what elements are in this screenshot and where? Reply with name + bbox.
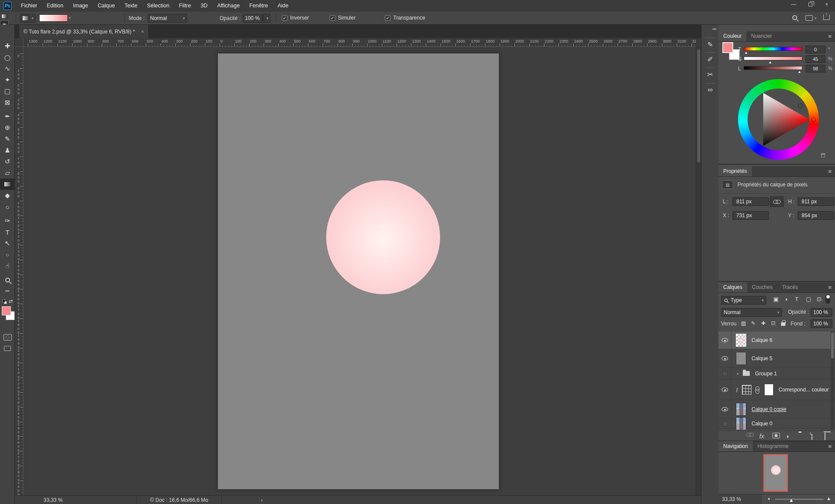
document-tab[interactable]: © Tuto flare 2.psd @ 33,3% (Calque 6, RV… (19, 25, 149, 38)
tool-presets-icon[interactable]: ✂ (701, 70, 719, 79)
status-zoom-level[interactable]: 33,33 % (43, 497, 63, 503)
lasso-tool[interactable]: ∿ (0, 63, 15, 74)
layer-thumbnail[interactable] (736, 403, 746, 416)
linear-gradient-button[interactable] (0, 12, 9, 20)
menu-edition[interactable]: Edition (42, 0, 68, 12)
lock-position-icon[interactable]: ✚ (761, 320, 765, 326)
menu-3d[interactable]: 3D (196, 0, 212, 12)
fill-select[interactable]: 100 % (811, 319, 832, 328)
visibility-cell[interactable] (718, 419, 731, 428)
tab-couleur[interactable]: Couleur (718, 31, 746, 41)
layer-thumbnail[interactable] (736, 352, 746, 365)
pen-tool[interactable]: ✑ (0, 215, 15, 226)
expand-group-icon[interactable]: › (737, 370, 738, 377)
layer-row-calque-5[interactable]: Calque 5 (718, 350, 835, 368)
layer-thumbnail[interactable] (736, 334, 746, 347)
share-icon[interactable]: ↑ (823, 14, 830, 20)
brush-tool[interactable]: ✎ (0, 133, 15, 145)
height-field[interactable]: 811 px (798, 197, 834, 206)
opacity-dropdown-button[interactable]: ▾ (263, 14, 271, 23)
navigator-preview[interactable] (763, 454, 788, 492)
panel-menu-icon[interactable]: ≡ (828, 442, 832, 451)
zoom-in-icon[interactable]: ▲ (826, 496, 831, 501)
layers-scrollbar[interactable] (831, 332, 834, 430)
slider-s-track[interactable] (744, 56, 802, 60)
menu-calque[interactable]: Calque (93, 0, 120, 12)
y-field[interactable]: 854 px (798, 211, 834, 220)
close-button[interactable]: × (818, 0, 835, 9)
swap-colors-icon[interactable]: ⇄ (9, 298, 13, 304)
history-brush-tool[interactable]: ↺ (0, 156, 15, 167)
layer-opacity-select[interactable]: 100 % (811, 308, 832, 317)
layer-row-calque-0[interactable]: Calque 0 (718, 419, 835, 429)
layer-name[interactable]: Calque 5 (752, 355, 772, 361)
minimize-button[interactable]: — (785, 0, 802, 9)
slider-value[interactable]: 45 (805, 55, 825, 63)
lock-transparency-icon[interactable]: ▨ (741, 320, 746, 326)
lock-all-icon[interactable] (781, 320, 785, 327)
brushes-icon[interactable]: ✐ (701, 55, 719, 63)
magic-wand-tool[interactable]: ✦ (0, 74, 15, 86)
slider-thumb[interactable]: ▲ (798, 70, 802, 74)
tab-couches[interactable]: Couches (747, 282, 777, 292)
filter-smart-objects-icon[interactable]: ⊡ (817, 296, 822, 302)
filter-pixel-layers-icon[interactable]: ▣ (773, 296, 778, 302)
adjustment-layer-icon[interactable]: ◑ (785, 433, 789, 440)
eyedropper-tool[interactable]: ✒ (0, 111, 15, 122)
triangle-picker-dot[interactable] (798, 103, 803, 108)
move-tool[interactable]: ✚ (0, 40, 15, 52)
lock-artboard-icon[interactable]: ⊡ (771, 320, 775, 326)
visibility-cell[interactable] (718, 350, 731, 367)
add-mask-icon[interactable] (772, 433, 780, 438)
slider-l-track[interactable] (744, 66, 802, 70)
layer-name[interactable]: Calque 6 (752, 337, 772, 343)
eraser-tool[interactable]: ▱ (0, 167, 15, 179)
dodge-tool[interactable]: ○ (0, 201, 15, 212)
layer-blend-mode-select[interactable]: Normal ▾ (721, 308, 782, 317)
visibility-cell[interactable] (718, 368, 731, 379)
crop-tool[interactable]: ▢ (0, 86, 15, 97)
lock-pixels-icon[interactable]: ✎ (751, 320, 755, 326)
layer-name[interactable]: Calque 0 copie (752, 406, 786, 412)
hand-tool[interactable]: ☝ (0, 260, 15, 272)
menu-fenetre[interactable]: Fenêtre (244, 0, 273, 12)
canvas-pasteboard[interactable] (23, 47, 696, 495)
frame-tool[interactable]: ⊠ (0, 97, 15, 108)
workspace-icon[interactable] (805, 15, 813, 21)
tab-navigation[interactable]: Navigation (718, 441, 753, 451)
blur-tool[interactable]: ◆ (0, 190, 15, 201)
status-options-chevron[interactable]: › (261, 497, 263, 503)
layer-filter-select[interactable]: Type ▾ (721, 296, 766, 305)
layer-name[interactable]: Groupe 1 (755, 371, 777, 377)
panel-resize-icon[interactable] (821, 153, 825, 157)
restore-button[interactable] (802, 0, 818, 9)
panel-menu-icon[interactable]: ≡ (828, 167, 832, 176)
ring-picker-dot[interactable] (811, 117, 816, 122)
layer-name[interactable]: Calque 0 (752, 421, 772, 427)
zoom-slider-thumb[interactable]: ▲ (789, 497, 794, 503)
menu-aide[interactable]: Aide (273, 0, 293, 12)
close-tab-icon[interactable]: × (141, 29, 144, 35)
slider-thumb[interactable]: ▲ (744, 50, 748, 55)
healing-brush-tool[interactable]: ⊕ (0, 122, 15, 133)
canvas-vertical-scrollbar[interactable] (696, 47, 701, 495)
visibility-cell[interactable] (718, 332, 731, 349)
quick-mask-button[interactable] (0, 332, 15, 343)
layer-row-correspond-couleur-1[interactable]: ƒCorrespond... couleur 1 (718, 380, 835, 400)
layer-name[interactable]: Correspond... couleur 1 (778, 387, 833, 393)
checkbox-transparence[interactable]: ✓Transparence (385, 15, 425, 21)
blend-mode-select[interactable]: Normal▾ (148, 14, 187, 23)
visibility-cell[interactable] (718, 380, 731, 400)
filter-shape-layers-icon[interactable]: ▢ (806, 296, 811, 302)
menu-selection[interactable]: Sélection (142, 0, 174, 12)
menu-fichier[interactable]: Fichier (16, 0, 42, 12)
type-tool[interactable]: T (0, 226, 15, 238)
tab-proprietes[interactable]: Propriétés (718, 166, 752, 176)
chevron-down-icon[interactable]: ▾ (69, 16, 71, 20)
brush-settings-icon[interactable]: ✎ (701, 40, 719, 49)
clone-stamp-tool[interactable]: ♟ (0, 145, 15, 156)
collapse-panels-icon[interactable]: «« (712, 26, 716, 31)
slider-value[interactable]: 0 (805, 46, 825, 53)
navigator-zoom-value[interactable]: 33,33 % (718, 494, 762, 504)
panel-menu-icon[interactable]: ≡ (828, 32, 832, 41)
